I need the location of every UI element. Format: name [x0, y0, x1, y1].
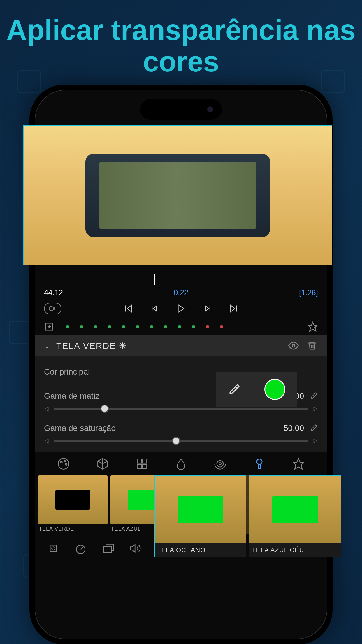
volume-icon[interactable] — [129, 542, 142, 555]
keyframe-marker[interactable] — [80, 325, 83, 328]
svg-rect-24 — [137, 464, 141, 469]
spiral-tab[interactable] — [213, 457, 227, 471]
saturation-range-value: 50.00 — [284, 424, 304, 433]
key-tab[interactable] — [252, 457, 266, 471]
effect-panel-header[interactable]: ⌄ TELA VERDE ✳ — [35, 335, 327, 356]
preset-callout: TELA OCEANO TELA AZUL CÉU — [154, 475, 341, 557]
svg-rect-23 — [143, 459, 147, 463]
marketing-headline: Aplicar transparência nas cores — [0, 15, 362, 78]
keyframe-marker[interactable] — [164, 325, 167, 328]
keyframe-marker[interactable] — [66, 325, 69, 328]
layers-icon[interactable] — [102, 542, 115, 555]
frame-forward-button[interactable] — [201, 303, 213, 314]
tool-category-tabs — [35, 452, 327, 475]
keyframe-marker[interactable] — [220, 325, 223, 328]
svg-marker-7 — [127, 305, 132, 312]
chevron-down-icon: ⌄ — [44, 341, 50, 350]
preset-large-item[interactable]: TELA OCEANO — [154, 475, 246, 557]
increment-arrow[interactable]: ▷ — [313, 405, 318, 412]
decrement-arrow[interactable]: ◁ — [44, 437, 49, 444]
preset-label: TELA VERDE — [38, 524, 108, 534]
slider-thumb[interactable] — [172, 437, 180, 445]
svg-marker-9 — [153, 306, 157, 311]
keyframe-marker[interactable] — [122, 325, 125, 328]
svg-marker-11 — [179, 305, 184, 312]
svg-marker-14 — [231, 305, 235, 312]
decrement-arrow[interactable]: ◁ — [44, 405, 49, 412]
crop-icon[interactable] — [47, 542, 60, 555]
svg-point-6 — [49, 307, 54, 311]
svg-rect-25 — [143, 464, 147, 469]
dynamic-island — [140, 99, 222, 120]
speed-icon[interactable] — [74, 542, 87, 555]
favorite-icon[interactable] — [307, 321, 318, 332]
svg-point-30 — [76, 545, 85, 554]
eyedropper-icon[interactable] — [228, 383, 241, 396]
preset-label: TELA OCEANO — [155, 543, 246, 557]
saturation-range-row: Gama de saturação 50.00 ◁ ▷ — [35, 420, 327, 452]
frame-number: 44.12 — [44, 288, 63, 297]
saturation-range-label: Gama de saturação — [44, 424, 116, 433]
add-layer-button[interactable] — [44, 303, 61, 314]
cube-tab[interactable] — [96, 457, 110, 471]
key-color-swatch[interactable] — [264, 379, 285, 400]
delete-effect-button[interactable] — [306, 340, 318, 351]
saturation-slider[interactable] — [54, 440, 308, 442]
keyframe-marker[interactable] — [178, 325, 181, 328]
svg-point-26 — [256, 459, 262, 464]
play-button[interactable] — [175, 303, 187, 314]
hue-range-label: Gama de matiz — [44, 391, 99, 401]
edit-value-icon[interactable] — [310, 424, 318, 433]
svg-rect-22 — [137, 459, 141, 463]
time-display-row: 44.12 0.22 [1.26] — [44, 288, 318, 297]
playhead[interactable] — [154, 274, 155, 285]
frame-back-button[interactable] — [149, 303, 161, 314]
keyframe-marker[interactable] — [206, 325, 209, 328]
total-duration: [1.26] — [299, 288, 318, 297]
svg-point-29 — [52, 547, 55, 550]
keyframe-marker[interactable] — [192, 325, 195, 328]
skip-back-button[interactable] — [123, 303, 134, 314]
slider-thumb[interactable] — [101, 405, 109, 413]
import-icon[interactable] — [44, 321, 55, 332]
svg-point-21 — [66, 463, 67, 465]
preset-label: TELA AZUL CÉU — [249, 543, 341, 557]
keyframe-marker[interactable] — [94, 325, 97, 328]
star-tab[interactable] — [291, 457, 305, 471]
svg-point-19 — [61, 461, 62, 463]
keyframe-marker[interactable] — [150, 325, 153, 328]
effect-title: TELA VERDE ✳ — [56, 341, 282, 351]
edit-value-icon[interactable] — [310, 392, 318, 400]
svg-point-17 — [292, 344, 295, 347]
grid-tab[interactable] — [135, 457, 149, 471]
svg-rect-31 — [104, 546, 111, 553]
svg-rect-28 — [50, 545, 57, 552]
svg-point-20 — [64, 460, 66, 462]
preset-large-item[interactable]: TELA AZUL CÉU — [249, 475, 341, 557]
blur-tab[interactable] — [174, 457, 188, 471]
skip-forward-button[interactable] — [228, 303, 239, 314]
preset-item[interactable]: TELA VERDE — [38, 475, 108, 534]
increment-arrow[interactable]: ▷ — [313, 437, 318, 444]
video-preview-callout — [23, 125, 332, 265]
timeline-scrubber[interactable] — [44, 274, 318, 285]
svg-marker-16 — [308, 322, 317, 331]
effect-visibility-icon[interactable] — [288, 340, 299, 351]
keyframe-marker[interactable] — [108, 325, 111, 328]
svg-marker-27 — [293, 459, 304, 469]
clip-time: 0.22 — [174, 288, 189, 297]
color-picker-callout — [216, 372, 297, 407]
transport-controls — [44, 300, 318, 317]
palette-tab[interactable] — [57, 457, 71, 471]
markers-row — [44, 321, 318, 332]
keyframe-marker[interactable] — [136, 325, 139, 328]
hue-slider[interactable] — [54, 408, 308, 410]
svg-marker-12 — [205, 306, 209, 311]
